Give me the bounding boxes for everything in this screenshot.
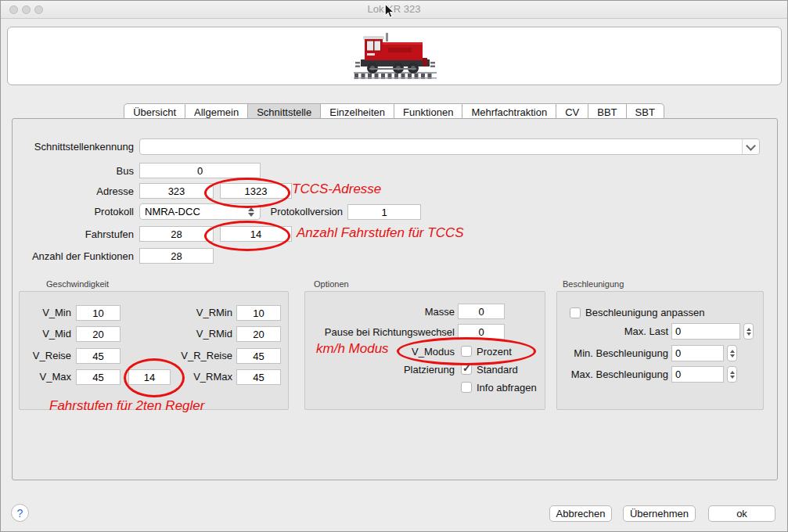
adresse-label: Adresse <box>16 184 134 200</box>
fahrstufen-field[interactable]: 28 <box>139 226 214 242</box>
bus-label: Bus <box>16 164 134 179</box>
geschwindigkeit-group-title: Geschwindigkeit <box>46 279 109 289</box>
mouse-cursor <box>384 3 394 22</box>
locomotive-image <box>354 32 437 84</box>
standard-checkbox-label: Standard <box>477 362 518 378</box>
anzahl-funktionen-field[interactable]: 28 <box>139 248 214 264</box>
max-last-label: Max. Last <box>569 324 668 340</box>
masse-field[interactable]: 0 <box>458 304 505 319</box>
v-mid-field[interactable]: 20 <box>76 326 121 342</box>
prozent-checkbox[interactable] <box>461 346 472 357</box>
min-beschleunigung-stepper[interactable] <box>727 345 737 361</box>
standard-checkbox[interactable] <box>461 364 472 375</box>
max-beschleunigung-label: Max. Beschleunigung <box>561 367 668 383</box>
protokoll-popup[interactable]: NMRA-DCC <box>139 203 261 220</box>
protokoll-label: Protokoll <box>16 204 134 220</box>
max-last-stepper[interactable] <box>743 323 754 340</box>
annotation-fahrstufen-regler: Fahrstufen für 2ten Regler <box>49 398 204 414</box>
v-r-reise-field[interactable]: 45 <box>236 348 281 364</box>
bus-field[interactable]: 0 <box>139 163 261 178</box>
v-min-field[interactable]: 10 <box>76 305 121 321</box>
min-beschleunigung-label: Min. Beschleunigung <box>561 346 668 361</box>
v-min-label: V_Min <box>21 305 71 321</box>
v-rmax-label: V_RMax <box>170 369 232 385</box>
optionen-group-title: Optionen <box>314 279 349 289</box>
adresse-field[interactable]: 323 <box>139 183 214 199</box>
v-mid-label: V_Mid <box>21 326 71 342</box>
ok-button[interactable]: ok <box>708 505 775 522</box>
tccs-adresse-field[interactable]: 1323 <box>220 183 292 199</box>
beschleunigung-group-title: Beschleunigung <box>563 279 624 289</box>
help-button[interactable]: ? <box>11 504 29 522</box>
chevron-down-icon[interactable] <box>742 139 759 154</box>
v-rmid-field[interactable]: 20 <box>236 326 281 342</box>
max-beschleunigung-stepper[interactable] <box>727 366 737 383</box>
info-abfragen-checkbox-label: Info abfragen <box>477 380 537 396</box>
platzierung-label: Platzierung <box>376 362 455 378</box>
protokollversion-label: Protokollversion <box>265 204 343 220</box>
beschleunigung-anpassen-checkbox[interactable] <box>570 307 581 318</box>
max-beschleunigung-field[interactable]: 0 <box>671 366 724 383</box>
annotation-kmh-modus: km/h Modus <box>316 341 389 357</box>
prozent-checkbox-label: Prozent <box>477 344 512 360</box>
pause-richtungswechsel-field[interactable]: 0 <box>458 324 505 340</box>
protokollversion-field[interactable]: 1 <box>347 204 421 220</box>
schnittstellenkennung-label: Schnittstellenkennung <box>16 139 134 155</box>
masse-label: Masse <box>337 304 455 320</box>
v-rmin-label: V_RMin <box>170 305 232 321</box>
annotation-tccs-adresse: TCCS-Adresse <box>292 182 381 197</box>
schnittstellenkennung-combobox[interactable] <box>139 138 760 155</box>
v-r-reise-label: V_R_Reise <box>170 348 232 364</box>
v-rmid-label: V_RMid <box>170 326 232 342</box>
protokoll-value: NMRA-DCC <box>140 206 245 217</box>
annotation-anzahl-fahrstufen: Anzahl Fahrstufen für TCCS <box>297 225 464 241</box>
beschleunigung-anpassen-label: Beschleunigung anpassen <box>585 305 705 321</box>
v-rmin-field[interactable]: 10 <box>236 305 281 321</box>
min-beschleunigung-field[interactable]: 0 <box>671 345 724 361</box>
v-reise-field[interactable]: 45 <box>76 348 121 364</box>
v-rmax-field[interactable]: 45 <box>236 369 281 385</box>
lok-settings-window: Lok KR 323 <box>0 0 788 532</box>
max-last-field[interactable]: 0 <box>671 323 740 340</box>
abbrechen-button[interactable]: Abbrechen <box>549 505 612 522</box>
anzahl-funktionen-label: Anzahl der Funktionen <box>16 249 134 264</box>
fahrstufen-label: Fahrstufen <box>16 227 134 243</box>
up-down-chevrons-icon <box>245 207 260 217</box>
v-max-label: V_Max <box>21 369 71 385</box>
fahrstufen-regler2-field[interactable]: 14 <box>128 369 171 385</box>
v-reise-label: V_Reise <box>21 348 71 364</box>
info-abfragen-checkbox[interactable] <box>461 382 472 393</box>
v-max-field[interactable]: 45 <box>76 369 121 385</box>
uebernehmen-button[interactable]: Übernehmen <box>623 505 696 522</box>
pause-richtungswechsel-label: Pause bei Richtungswechsel <box>315 325 455 340</box>
tccs-fahrstufen-field[interactable]: 14 <box>220 226 292 242</box>
